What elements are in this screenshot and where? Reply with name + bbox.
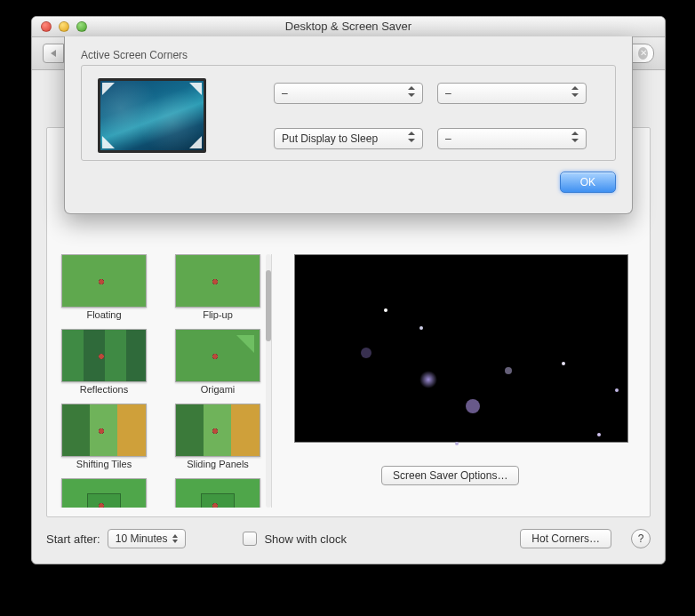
top-left-corner-popup[interactable]: – [274, 83, 423, 104]
top-right-corner-popup[interactable]: – [437, 83, 587, 104]
zoom-window-button[interactable] [76, 21, 87, 32]
popup-value: – [282, 87, 288, 100]
popup-value: Put Display to Sleep [282, 132, 378, 145]
display-preview [98, 78, 206, 153]
bottom-left-corner-popup[interactable]: Put Display to Sleep [274, 128, 423, 149]
corner-indicator-icon [189, 83, 202, 95]
popup-value: – [445, 132, 451, 145]
titlebar: Desktop & Screen Saver [32, 17, 665, 37]
ok-button[interactable]: OK [560, 172, 616, 193]
corner-indicator-icon [189, 136, 202, 148]
hot-corners-sheet: Active Screen Corners – – Put [64, 36, 633, 214]
chevron-left-icon [51, 50, 56, 57]
bottom-right-corner-popup[interactable]: – [437, 128, 587, 149]
window-controls [41, 21, 87, 32]
popup-value: – [445, 87, 451, 100]
window-title: Desktop & Screen Saver [285, 20, 411, 33]
corner-indicator-icon [102, 136, 115, 148]
minimize-window-button[interactable] [59, 21, 69, 32]
close-window-button[interactable] [41, 21, 52, 32]
system-preferences-window: Desktop & Screen Saver Show All ✕ Floati… [31, 16, 666, 564]
clear-search-button[interactable]: ✕ [638, 47, 648, 60]
sheet-title: Active Screen Corners [81, 49, 616, 61]
corners-group: – – Put Display to Sleep [81, 65, 616, 161]
corner-indicator-icon [102, 83, 115, 95]
back-button[interactable] [43, 44, 64, 63]
